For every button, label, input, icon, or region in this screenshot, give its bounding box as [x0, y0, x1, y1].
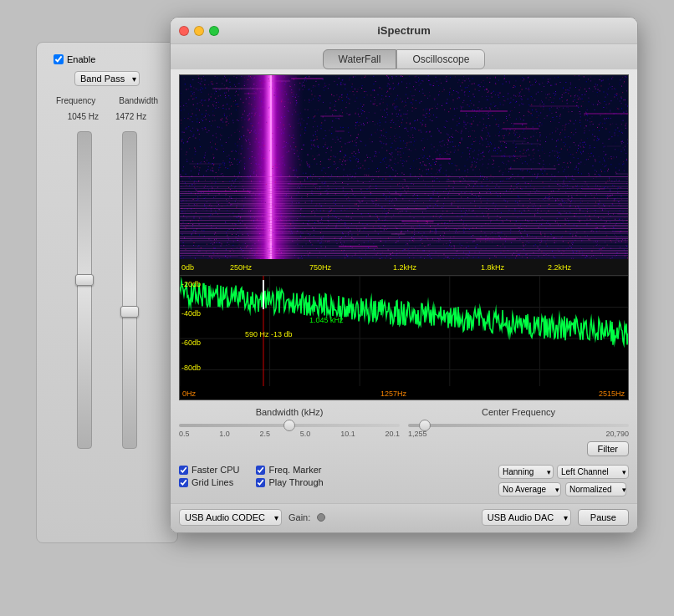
window-select[interactable]: Hanning Hamming Blackman: [498, 465, 554, 479]
pause-button[interactable]: Pause: [578, 509, 629, 526]
checkbox-faster-cpu: Faster CPU: [179, 465, 239, 475]
bandwidth-slider[interactable]: [179, 424, 400, 427]
grid-lines-checkbox[interactable]: [179, 478, 188, 487]
bandwidth-value: 1472 Hz: [115, 112, 146, 121]
input-select-wrapper: USB Audio CODEC: [179, 509, 282, 526]
enable-checkbox[interactable]: [54, 54, 64, 64]
dropdowns-container: Hanning Hamming Blackman Left Channel Ri…: [498, 465, 629, 496]
window-title: iSpectrum: [377, 24, 431, 37]
bw-tick-2: 2.5: [260, 430, 271, 438]
center-freq-label: Center Frequency: [408, 407, 629, 417]
maximize-button[interactable]: [209, 26, 219, 36]
freq-label-1k2: 1.2kHz: [393, 263, 416, 272]
db-label-neg80: -80db: [181, 364, 201, 372]
bandwidth-slider-thumb[interactable]: [120, 306, 139, 318]
avg-select-wrap: No Average 4 Avg 8 Avg: [498, 482, 562, 496]
dropdown-row-1: Hanning Hamming Blackman Left Channel Ri…: [498, 465, 629, 479]
frequency-slider-thumb[interactable]: [75, 274, 94, 286]
output-select[interactable]: USB Audio DAC: [482, 509, 571, 526]
checkbox-group-right: Freq. Marker Play Through: [256, 465, 323, 496]
dropdown-row-2: No Average 4 Avg 8 Avg Normalized Linear…: [498, 482, 629, 496]
bottom-freq-0: 0Hz: [182, 389, 196, 398]
input-select[interactable]: USB Audio CODEC: [179, 509, 282, 526]
bw-tick-5: 20.1: [385, 430, 400, 438]
channel-select[interactable]: Left Channel Right Channel Both: [557, 465, 629, 479]
minimize-button[interactable]: [194, 26, 204, 36]
center-freq-slider[interactable]: [408, 424, 629, 427]
gain-knob[interactable]: [317, 513, 325, 522]
bandwidth-center-row: Bandwidth (kHz) 0.5 1.0 2.5 5.0 10.1 20.…: [179, 407, 629, 460]
freq-label-250: 250Hz: [230, 263, 252, 272]
bottom-freq-2515: 2515Hz: [599, 389, 625, 398]
title-bar: iSpectrum: [171, 18, 637, 44]
left-panel: Enable Band Pass Frequency Bandwidth 104…: [36, 42, 178, 543]
bottom-freq-1257: 1257Hz: [380, 389, 406, 398]
faster-cpu-checkbox[interactable]: [179, 466, 188, 475]
norm-select[interactable]: Normalized Linear Log: [565, 482, 626, 496]
bw-tick-4: 10.1: [340, 430, 355, 438]
main-window: iSpectrum WaterFall Oscilloscope 0db 250…: [170, 17, 638, 533]
waterfall-canvas: [180, 75, 628, 259]
checkbox-play-through: Play Through: [256, 477, 323, 487]
checkbox-grid-lines: Grid Lines: [179, 477, 239, 487]
tab-oscilloscope[interactable]: Oscilloscope: [396, 49, 485, 69]
checkbox-group-left: Faster CPU Grid Lines: [179, 465, 239, 496]
bw-tick-0: 0.5: [179, 430, 190, 438]
db-label-0: 0db: [181, 263, 194, 272]
checkboxes-container: Faster CPU Grid Lines Freq. Marker Play …: [179, 465, 324, 496]
bw-tick-3: 5.0: [300, 430, 311, 438]
window-select-wrap: Hanning Hamming Blackman: [498, 465, 554, 479]
db-label-neg20: -20db: [181, 280, 201, 288]
freq-label-750: 750Hz: [309, 263, 331, 272]
checkbox-freq-marker: Freq. Marker: [256, 465, 323, 475]
grid-lines-label: Grid Lines: [191, 477, 233, 487]
output-select-wrapper: USB Audio DAC: [482, 509, 571, 526]
freq-label-1k8: 1.8kHz: [481, 263, 504, 272]
faster-cpu-label: Faster CPU: [191, 465, 239, 475]
play-through-label: Play Through: [268, 477, 323, 487]
db-label-neg60: -60db: [181, 339, 201, 347]
frequency-slider-track: [77, 131, 92, 449]
bottom-bar: USB Audio CODEC Gain: USB Audio DAC Paus…: [171, 503, 637, 532]
filter-button[interactable]: Filter: [587, 441, 629, 456]
options-row: Faster CPU Grid Lines Freq. Marker Play …: [179, 465, 629, 496]
bandwidth-slider-track: [122, 131, 137, 449]
channel-select-wrap: Left Channel Right Channel Both: [557, 465, 629, 479]
freq-marker-label: Freq. Marker: [268, 465, 321, 475]
tab-waterfall[interactable]: WaterFall: [323, 49, 397, 69]
freq-label-2k2: 2.2kHz: [548, 263, 571, 272]
spectrum-marker-590: 590 Hz -13 db: [245, 330, 293, 339]
frequency-value: 1045 Hz: [68, 112, 99, 121]
cf-min: 1,255: [408, 430, 427, 438]
close-button[interactable]: [179, 26, 189, 36]
bw-tick-1: 1.0: [219, 430, 230, 438]
db-label-neg40: -40db: [181, 309, 201, 318]
play-through-checkbox[interactable]: [256, 478, 265, 487]
freq-marker-checkbox[interactable]: [256, 466, 265, 475]
avg-select[interactable]: No Average 4 Avg 8 Avg: [498, 482, 561, 496]
cf-max: 20,790: [605, 430, 629, 438]
center-freq-group: Center Frequency 1,255 20,790 Filter: [408, 407, 629, 460]
norm-select-wrap: Normalized Linear Log: [565, 482, 629, 496]
waterfall-section: [180, 75, 628, 259]
bandwidth-label: Bandwidth: [119, 96, 158, 105]
band-pass-select[interactable]: Band Pass: [74, 71, 140, 86]
window-buttons: [179, 26, 219, 36]
gain-label: Gain:: [288, 512, 310, 522]
bandwidth-control-label: Bandwidth (kHz): [179, 407, 400, 417]
bandwidth-group: Bandwidth (kHz) 0.5 1.0 2.5 5.0 10.1 20.…: [179, 407, 400, 460]
controls-area: Bandwidth (kHz) 0.5 1.0 2.5 5.0 10.1 20.…: [171, 400, 637, 503]
spectrum-section: 0db 250Hz 750Hz 1.2kHz 1.8kHz 2.2kHz -20…: [180, 259, 628, 400]
tab-bar: WaterFall Oscilloscope: [171, 44, 637, 69]
frequency-label: Frequency: [56, 96, 95, 105]
visualizer-area: 0db 250Hz 750Hz 1.2kHz 1.8kHz 2.2kHz -20…: [179, 74, 629, 400]
spectrum-marker-1045: 1.045 kHz: [309, 316, 344, 324]
enable-label: Enable: [67, 54, 95, 64]
